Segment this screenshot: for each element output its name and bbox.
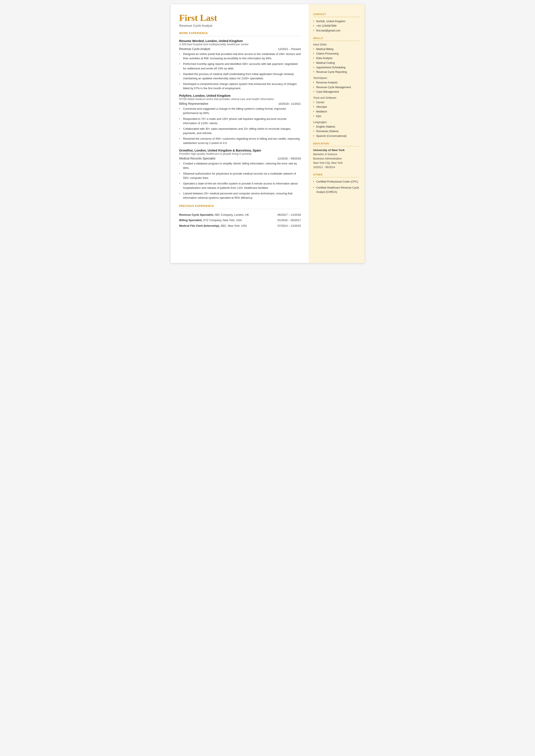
job-bullets-1: Conceived and suggested a change in the … — [179, 107, 301, 145]
hard-skill-0: Medical Billing — [313, 47, 360, 51]
bullet-2-2: Operated a state-of-the-art microfilm sy… — [179, 182, 301, 190]
applicant-name: First Last — [179, 13, 301, 23]
bullet-2-0: Created a database program to simplify c… — [179, 161, 301, 170]
prev-exp-row-2: Medical File Clerk (Internship), ABC, Ne… — [179, 223, 301, 229]
hard-skill-4: Appointment Scheduling — [313, 65, 360, 70]
technique-1: Revenue Cycle Management — [313, 85, 360, 90]
education-section-title: EDUCATION — [313, 142, 360, 145]
bullet-0-1: Performed monthly aging reports and iden… — [179, 62, 301, 70]
employer-desc-1: NYSE-listed medical centre that provides… — [179, 98, 301, 101]
job-bullets-0: Designed an online portal that provided … — [179, 52, 301, 91]
work-experience-divider — [179, 36, 301, 36]
edu-field: Business Administration — [313, 156, 360, 161]
techniques-list: Revenue AnalysisRevenue Cycle Management… — [313, 80, 360, 94]
job-role-2: Medical Records Specialist — [179, 157, 215, 160]
prev-exp-role-1: Billing Specialist, XYZ Company, New Yor… — [179, 217, 268, 223]
prev-exp-role-2: Medical File Clerk (Internship), ABC, Ne… — [179, 223, 268, 229]
tool-1: Allscripts — [313, 105, 360, 109]
applicant-title: Revenue Cycle Analyst — [179, 24, 301, 27]
right-column: CONTACT Norfolk, United Kingdom +44 1234… — [309, 4, 365, 263]
technique-0: Revenue Analysis — [313, 80, 360, 85]
hard-skill-5: Revenue Cycle Reporting — [313, 70, 360, 74]
employer-desc-0: A 500-bed hospital and multispeciality h… — [179, 43, 301, 46]
tool-3: Epic — [313, 114, 360, 119]
language-1: Romanian (Native) — [313, 129, 360, 134]
languages-list: English (Native)Romanian (Native)Spanish… — [313, 125, 360, 138]
contact-list: Norfolk, United Kingdom +44 1234567890 f… — [313, 19, 360, 33]
edu-school: University of New York — [313, 149, 360, 152]
job-header-1: Billing Representative10/2019– 11/2021 — [179, 102, 301, 105]
job-role-1: Billing Representative — [179, 102, 208, 105]
other-section-title: OTHER — [313, 173, 360, 176]
tool-0: Cerner — [313, 100, 360, 105]
previous-experience-section-title: PREVIOUS EXPERIENCE — [179, 205, 301, 208]
bullet-2-3: Liaised between 20+ medical personnel an… — [179, 191, 301, 200]
previous-experience-divider — [179, 209, 301, 209]
bullet-1-1: Responded to 70+ e-mails and 120+ phone … — [179, 117, 301, 126]
job-header-0: Revenue Cycle Analyst12/2021 – Present — [179, 47, 301, 51]
prev-exp-dates-2: 07/2014 – 12/2015 — [268, 223, 301, 229]
prev-exp-dates-1: 01/2016 – 05/2017 — [268, 217, 301, 223]
other-item-1: Certified Healthcare Revenue Cycle Analy… — [313, 185, 360, 194]
work-experience-section-title: WORK EXPERIENCE — [179, 32, 301, 35]
edu-degree: Bachelor of Science — [313, 152, 360, 156]
employer-name-1: Polyhire, London, United Kingdom — [179, 94, 301, 98]
contact-divider — [313, 17, 360, 17]
job-header-2: Medical Records Specialist12/2018 – 09/2… — [179, 157, 301, 160]
prev-exp-row-1: Billing Specialist, XYZ Company, New Yor… — [179, 217, 301, 223]
hard-skills-list: Medical BillingClaims ProcessingData Ana… — [313, 47, 360, 74]
hard-skill-2: Data Analysis — [313, 56, 360, 61]
bullet-0-0: Designed an online portal that provided … — [179, 52, 301, 61]
edu-location: New York City, New York — [313, 161, 360, 165]
other-list: Certified Professional Coder (CPC)Certif… — [313, 180, 360, 194]
bullet-2-1: Obtained authorization for physicians to… — [179, 172, 301, 180]
language-2: Spanish (Conversational) — [313, 134, 360, 138]
work-block-2: Growthsi, London, United Kingdom & Barce… — [179, 149, 301, 200]
work-block-1: Polyhire, London, United KingdomNYSE-lis… — [179, 94, 301, 145]
techniques-label: Techniques: — [313, 76, 360, 79]
left-column: First Last Revenue Cycle Analyst WORK EX… — [171, 4, 309, 263]
other-item-0: Certified Professional Coder (CPC) — [313, 180, 360, 184]
prev-exp-dates-0: 06/2017 – 11/2018 — [268, 212, 301, 218]
bullet-0-2: Handled the process of medical staff cre… — [179, 72, 301, 81]
bullet-1-3: Resolved the concerns of 450+ customers … — [179, 137, 301, 145]
prev-exp-row-0: Revenue Cycle Specialist, ABC Company, L… — [179, 212, 301, 218]
bullet-1-2: Collaborated with 30+ sales representati… — [179, 127, 301, 135]
employer-name-0: Resume Worded, London, United Kingdom — [179, 39, 301, 43]
hard-skills-label: Hard SKills: — [313, 43, 360, 46]
hard-skill-3: Medical Coding — [313, 61, 360, 65]
work-block-0: Resume Worded, London, United KingdomA 5… — [179, 39, 301, 91]
technique-2: Case Management — [313, 90, 360, 94]
tools-label: Tools and Software: — [313, 96, 360, 99]
job-dates-0: 12/2021 – Present — [278, 47, 301, 51]
languages-label: Languages: — [313, 121, 360, 124]
tools-list: CernerAllscriptsMeditechEpic — [313, 100, 360, 119]
contact-address: Norfolk, United Kingdom — [313, 19, 360, 24]
job-role-0: Revenue Cycle Analyst — [179, 47, 210, 51]
employer-desc-2: Provides high-quality healthcare to peop… — [179, 152, 301, 155]
previous-experience-table: Revenue Cycle Specialist, ABC Company, L… — [179, 212, 301, 229]
job-dates-1: 10/2019– 11/2021 — [278, 102, 301, 105]
bullet-1-0: Conceived and suggested a change in the … — [179, 107, 301, 115]
employer-name-2: Growthsi, London, United Kingdom & Barce… — [179, 149, 301, 152]
prev-exp-role-0: Revenue Cycle Specialist, ABC Company, L… — [179, 212, 268, 218]
contact-phone: +44 1234567890 — [313, 24, 360, 28]
work-experience-blocks: Resume Worded, London, United KingdomA 5… — [179, 39, 301, 200]
contact-email: first.last@gmail.com — [313, 28, 360, 33]
tool-2: Meditech — [313, 109, 360, 114]
bullet-0-3: Developed a comprehensive charge capture… — [179, 82, 301, 91]
hard-skill-1: Claims Processing — [313, 51, 360, 56]
language-0: English (Native) — [313, 125, 360, 129]
job-bullets-2: Created a database program to simplify c… — [179, 161, 301, 200]
skills-section-title: SKILLS — [313, 37, 360, 40]
resume-container: First Last Revenue Cycle Analyst WORK EX… — [171, 4, 365, 263]
job-dates-2: 12/2018 – 09/2019 — [277, 157, 301, 160]
contact-section-title: CONTACT — [313, 13, 360, 15]
edu-dates: 10/2011 - 06/2014 — [313, 165, 360, 169]
